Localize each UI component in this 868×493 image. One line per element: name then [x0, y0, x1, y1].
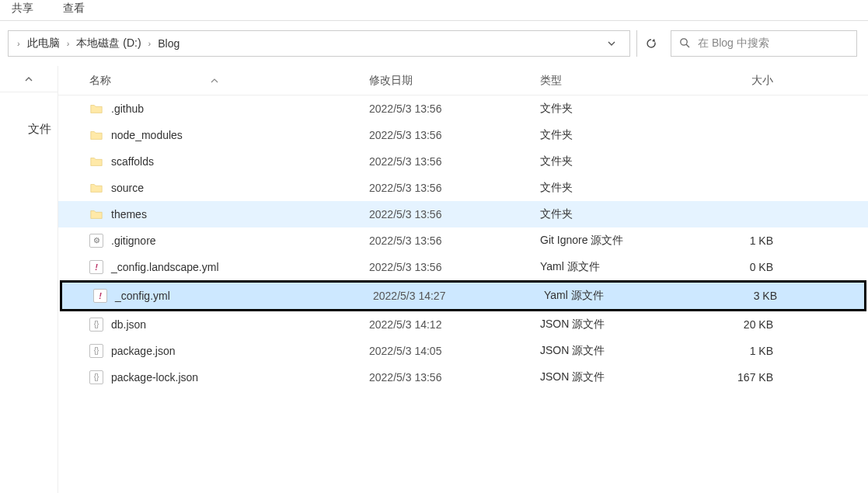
- file-type: JSON 源文件: [540, 370, 695, 384]
- file-type: Git Ignore 源文件: [540, 234, 695, 248]
- file-list: .github2022/5/3 13:56文件夹node_modules2022…: [58, 95, 868, 493]
- file-name: _config.landscape.yml: [111, 261, 219, 273]
- file-type: JSON 源文件: [540, 318, 695, 332]
- column-header-size[interactable]: 大小: [695, 74, 789, 88]
- column-header-name[interactable]: 名称: [58, 74, 369, 88]
- file-name: package.json: [111, 345, 176, 357]
- file-size: 1 KB: [695, 345, 789, 357]
- file-date: 2022/5/3 14:05: [369, 345, 540, 357]
- search-icon: [679, 37, 690, 50]
- sidebar-item-files[interactable]: 文件: [0, 116, 58, 143]
- file-row[interactable]: {}package.json2022/5/3 14:05JSON 源文件1 KB: [58, 338, 868, 364]
- file-row[interactable]: .github2022/5/3 13:56文件夹: [58, 95, 868, 122]
- yaml-file-icon: !: [93, 289, 107, 303]
- file-row[interactable]: node_modules2022/5/3 13:56文件夹: [58, 122, 868, 148]
- tab-view[interactable]: 查看: [63, 2, 85, 16]
- yaml-file-icon: !: [89, 260, 103, 274]
- file-name: _config.yml: [115, 290, 170, 302]
- file-size: 3 KB: [699, 290, 793, 302]
- chevron-up-icon: [24, 75, 33, 84]
- search-placeholder: 在 Blog 中搜索: [698, 36, 769, 50]
- file-type: JSON 源文件: [540, 344, 695, 358]
- file-type: 文件夹: [540, 128, 695, 142]
- file-date: 2022/5/3 13:56: [369, 182, 540, 194]
- file-size: 1 KB: [695, 234, 789, 247]
- file-type: 文件夹: [540, 154, 695, 168]
- file-row[interactable]: scaffolds2022/5/3 13:56文件夹: [58, 148, 868, 175]
- file-type: 文件夹: [540, 102, 695, 116]
- file-name: node_modules: [111, 129, 183, 141]
- sidebar-scroll-up[interactable]: [0, 66, 58, 92]
- file-type: Yaml 源文件: [540, 260, 695, 274]
- highlight-annotation: !_config.yml2022/5/3 14:27Yaml 源文件3 KB: [60, 280, 866, 311]
- settings-file-icon: ⚙: [89, 234, 103, 248]
- file-date: 2022/5/3 13:56: [369, 261, 540, 273]
- breadcrumb-item-drive[interactable]: 本地磁盘 (D:): [76, 36, 141, 50]
- file-size: 167 KB: [695, 371, 789, 384]
- file-date: 2022/5/3 13:56: [369, 371, 540, 384]
- chevron-right-icon: ›: [148, 39, 152, 48]
- file-name: source: [111, 182, 144, 194]
- breadcrumb[interactable]: › 此电脑 › 本地磁盘 (D:) › Blog: [13, 36, 600, 50]
- address-bar-controls: [600, 34, 625, 53]
- json-file-icon: {}: [89, 344, 103, 358]
- nav-sidebar: 文件: [0, 66, 58, 493]
- folder-icon: [89, 207, 103, 221]
- breadcrumb-item-folder[interactable]: Blog: [158, 37, 180, 50]
- svg-line-1: [686, 44, 689, 47]
- json-file-icon: {}: [89, 370, 103, 384]
- file-type: 文件夹: [540, 207, 695, 221]
- chevron-down-icon: [607, 39, 616, 48]
- main-area: 文件 名称 修改日期 类型 大小 .github2022/5/3 13:56文件…: [0, 66, 868, 493]
- tab-share[interactable]: 共享: [12, 2, 33, 16]
- file-name: package-lock.json: [111, 371, 198, 384]
- chevron-right-icon: ›: [67, 39, 70, 48]
- file-row[interactable]: themes2022/5/3 13:56文件夹: [58, 201, 868, 227]
- chevron-up-icon: [211, 75, 218, 87]
- ribbon-tabs: 共享 查看: [0, 0, 868, 21]
- address-bar[interactable]: › 此电脑 › 本地磁盘 (D:) › Blog: [8, 30, 630, 57]
- file-name: .gitignore: [111, 234, 156, 247]
- file-name: .github: [111, 102, 144, 115]
- toolbar-row: › 此电脑 › 本地磁盘 (D:) › Blog 在 Blog 中搜索: [0, 21, 868, 66]
- folder-icon: [89, 154, 103, 168]
- file-date: 2022/5/3 14:12: [369, 318, 540, 331]
- folder-icon: [89, 181, 103, 195]
- history-dropdown-button[interactable]: [600, 34, 623, 53]
- file-name: scaffolds: [111, 155, 154, 168]
- folder-icon: [89, 128, 103, 142]
- column-label-name: 名称: [89, 74, 111, 88]
- column-header-type[interactable]: 类型: [540, 74, 695, 88]
- file-row[interactable]: ⚙.gitignore2022/5/3 13:56Git Ignore 源文件1…: [58, 227, 868, 254]
- file-date: 2022/5/3 13:56: [369, 129, 540, 141]
- breadcrumb-item-this-pc[interactable]: 此电脑: [27, 36, 60, 50]
- file-date: 2022/5/3 13:56: [369, 234, 540, 247]
- file-date: 2022/5/3 13:56: [369, 155, 540, 168]
- column-header-date[interactable]: 修改日期: [369, 74, 540, 88]
- file-date: 2022/5/3 14:27: [373, 290, 544, 302]
- file-row[interactable]: {}db.json2022/5/3 14:12JSON 源文件20 KB: [58, 311, 868, 338]
- chevron-right-icon: ›: [17, 39, 20, 48]
- file-row[interactable]: !_config.yml2022/5/3 14:27Yaml 源文件3 KB: [62, 283, 864, 309]
- search-input[interactable]: 在 Blog 中搜索: [671, 30, 857, 57]
- file-date: 2022/5/3 13:56: [369, 102, 540, 115]
- refresh-icon: [645, 37, 657, 50]
- json-file-icon: {}: [89, 318, 103, 332]
- file-type: 文件夹: [540, 181, 695, 195]
- file-row[interactable]: source2022/5/3 13:56文件夹: [58, 175, 868, 201]
- column-headers: 名称 修改日期 类型 大小: [58, 66, 868, 95]
- file-row[interactable]: {}package-lock.json2022/5/3 13:56JSON 源文…: [58, 364, 868, 391]
- file-size: 0 KB: [695, 261, 789, 273]
- file-row[interactable]: !_config.landscape.yml2022/5/3 13:56Yaml…: [58, 254, 868, 280]
- svg-point-0: [681, 38, 687, 44]
- folder-icon: [89, 102, 103, 116]
- file-name: themes: [111, 208, 147, 220]
- file-name: db.json: [111, 318, 146, 331]
- file-panel: 名称 修改日期 类型 大小 .github2022/5/3 13:56文件夹no…: [58, 66, 868, 493]
- refresh-button[interactable]: [636, 30, 664, 57]
- file-size: 20 KB: [695, 318, 789, 331]
- file-type: Yaml 源文件: [544, 289, 699, 303]
- file-date: 2022/5/3 13:56: [369, 208, 540, 220]
